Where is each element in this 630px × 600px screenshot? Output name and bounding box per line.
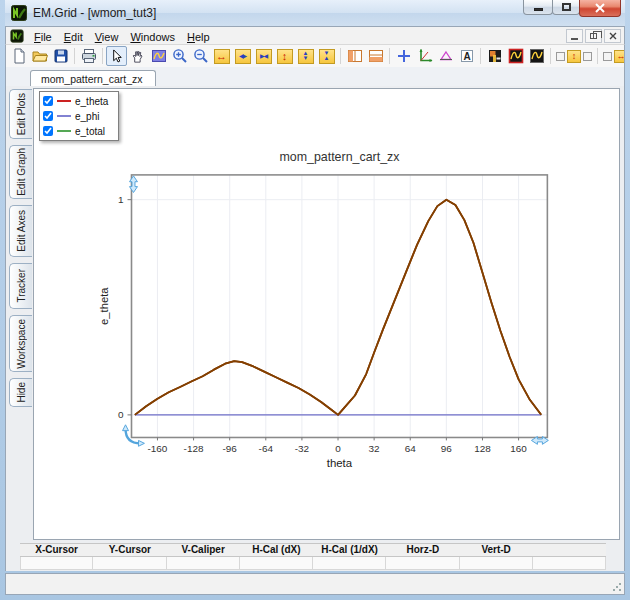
autofit-y-right-checkbox[interactable] — [583, 52, 592, 61]
window-title: EM.Grid - [wmom_tut3] — [33, 6, 156, 20]
zoom-in-button[interactable] — [169, 46, 190, 66]
expand-x-button[interactable]: ↔ — [211, 46, 232, 66]
shrink-x-icon: ▶◀ — [256, 49, 272, 64]
shrink-y-button[interactable]: ▼▲ — [316, 46, 337, 66]
side-tab-strip: Edit PlotsEdit GraphEdit AxesTrackerWork… — [6, 86, 33, 542]
trace-window-button[interactable] — [526, 46, 547, 66]
autofit-x-icon[interactable]: ↔ — [614, 50, 625, 63]
pointer-tool-icon — [109, 49, 124, 64]
autofit-y-group: ↕ — [556, 50, 592, 63]
legend-row-e_phi: e_phi — [43, 109, 108, 123]
mdi-minimize-button[interactable] — [566, 29, 583, 43]
toolbar-separator — [74, 48, 75, 64]
y-extent-handle[interactable] — [130, 176, 138, 193]
legend-checkbox-e_total[interactable] — [43, 126, 53, 136]
readout-value-cell — [240, 557, 313, 569]
readout-value-cell — [533, 557, 606, 569]
expand-y-button[interactable]: ↕ — [274, 46, 295, 66]
x-tick-label: -128 — [184, 443, 204, 454]
pointer-tool-button[interactable] — [106, 46, 127, 66]
title-bar[interactable]: EM.Grid - [wmom_tut3] — [5, 0, 625, 26]
side-tab-edit-axes[interactable]: Edit Axes — [9, 205, 32, 257]
spread-y-icon: ▲▼ — [298, 49, 314, 64]
document-icon — [10, 29, 24, 43]
zoom-out-icon — [193, 48, 209, 64]
mdi-restore-button[interactable] — [585, 29, 602, 43]
side-tab-tracker[interactable]: Tracker — [9, 263, 32, 309]
shrink-y-icon: ▼▲ — [319, 49, 335, 64]
axes-tool-icon — [417, 48, 433, 64]
legend-row-e_theta: e_theta — [43, 94, 108, 108]
split-vertical-button[interactable] — [344, 46, 365, 66]
side-tab-label: Tracker — [16, 269, 27, 303]
tab-strip: mom_pattern_cart_zx — [5, 67, 625, 86]
zoom-region-button[interactable] — [148, 46, 169, 66]
side-tab-hide[interactable]: Hide — [9, 378, 32, 407]
zoom-region-icon — [151, 48, 167, 64]
print-button[interactable] — [78, 46, 99, 66]
readout-value-row — [20, 557, 606, 570]
resize-grip[interactable] — [612, 582, 622, 592]
autofit-x-left-checkbox[interactable] — [603, 52, 612, 61]
save-icon — [53, 48, 69, 64]
shrink-x-button[interactable]: ▶◀ — [253, 46, 274, 66]
spread-y-button[interactable]: ▲▼ — [295, 46, 316, 66]
maximize-button[interactable] — [552, 0, 580, 15]
minimize-button[interactable] — [523, 0, 553, 15]
legend-row-e_total: e_total — [43, 124, 108, 138]
tab-mom-pattern-cart-zx[interactable]: mom_pattern_cart_zx — [30, 70, 156, 87]
add-crosshair-button[interactable] — [393, 46, 414, 66]
split-horizontal-icon — [368, 48, 384, 64]
save-button[interactable] — [50, 46, 71, 66]
legend-swatch-e_total — [57, 130, 71, 132]
expand-x-icon: ↔ — [214, 49, 230, 64]
spread-x-button[interactable]: ◀▶ — [232, 46, 253, 66]
readout-value-cell — [93, 557, 166, 569]
plot-canvas[interactable]: -160-128-96-64-32032649612816001mom_patt… — [34, 89, 619, 539]
minimize-icon — [534, 8, 543, 11]
close-button[interactable] — [579, 0, 621, 17]
x-tick-label: -64 — [259, 443, 274, 454]
text-tool-button[interactable]: A — [456, 46, 477, 66]
legend-checkbox-e_phi[interactable] — [43, 111, 53, 121]
readout-value-cell — [167, 557, 240, 569]
plot-legend: e_thetae_phie_total — [39, 91, 119, 141]
print-icon — [81, 48, 97, 64]
legend-checkbox-e_theta[interactable] — [43, 96, 53, 106]
marker-tool-button[interactable] — [484, 46, 505, 66]
readout-header-row: X-CursorY-CursorV-CaliperH-Cal (dX)H-Cal… — [20, 543, 606, 557]
split-vertical-icon — [347, 48, 363, 64]
readout-value-cell — [386, 557, 459, 569]
axes-tool-button[interactable] — [414, 46, 435, 66]
menu-windows[interactable]: Windows — [124, 30, 181, 44]
pan-tool-button[interactable] — [127, 46, 148, 66]
rotate-handle-tip — [123, 425, 129, 431]
menu-edit[interactable]: Edit — [58, 30, 89, 44]
split-horizontal-button[interactable] — [365, 46, 386, 66]
status-bar — [5, 573, 625, 595]
spread-x-icon: ◀▶ — [235, 49, 251, 64]
menu-view[interactable]: View — [89, 30, 125, 44]
autofit-y-icon[interactable]: ↕ — [567, 50, 581, 63]
pan-hand-icon — [130, 49, 145, 64]
zoom-out-button[interactable] — [190, 46, 211, 66]
expand-y-icon: ↕ — [277, 49, 293, 64]
x-tick-label: -160 — [148, 443, 168, 454]
menu-help[interactable]: Help — [181, 30, 216, 44]
menu-file[interactable]: File — [28, 30, 58, 44]
side-tab-edit-graph[interactable]: Edit Graph — [9, 145, 32, 199]
toolbar-separator — [550, 48, 551, 64]
new-file-button[interactable] — [8, 46, 29, 66]
readout-header-cell: Vert-D — [460, 544, 533, 556]
side-tab-edit-plots[interactable]: Edit Plots — [9, 89, 32, 139]
mdi-close-button[interactable] — [604, 29, 621, 43]
trace-window-active-button[interactable] — [505, 46, 526, 66]
slope-marker-button[interactable] — [435, 46, 456, 66]
open-file-icon — [32, 48, 48, 64]
readout-header-cell: X-Cursor — [20, 544, 93, 556]
autofit-y-left-checkbox[interactable] — [556, 52, 565, 61]
open-file-button[interactable] — [29, 46, 50, 66]
y-tick-label: 1 — [118, 194, 124, 205]
legend-swatch-e_theta — [57, 100, 71, 102]
side-tab-workspace[interactable]: Workspace — [9, 315, 32, 372]
